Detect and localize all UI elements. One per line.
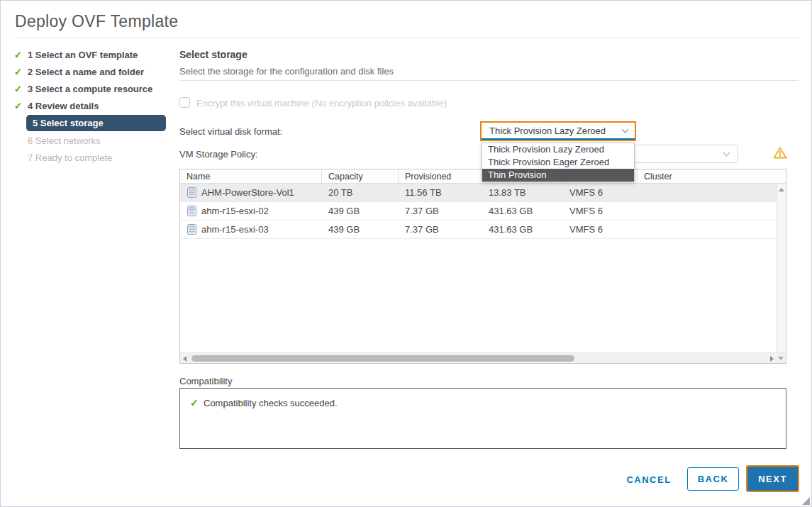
datastore-capacity: 439 GB <box>322 224 399 235</box>
step-label: 7 Ready to complete <box>28 152 112 163</box>
horizontal-scroll-thumb[interactable] <box>191 355 574 362</box>
datastore-icon <box>187 224 196 235</box>
compatibility-label: Compatibility <box>179 376 232 386</box>
horizontal-scrollbar[interactable] <box>180 352 777 363</box>
scrollbar-corner <box>777 352 786 363</box>
content-divider <box>179 80 799 81</box>
step-label: 2 Select a name and folder <box>28 67 144 77</box>
scroll-left-icon[interactable] <box>183 356 187 362</box>
check-icon: ✓ <box>14 50 28 60</box>
check-icon: ✓ <box>14 67 28 77</box>
table-row-ahm-r15-esxi-03[interactable]: ahm-r15-esxi-03 439 GB 7.37 GB 431.63 GB… <box>180 221 777 239</box>
step-label: 4 Review details <box>28 101 99 111</box>
title-divider <box>15 38 799 38</box>
column-header-provisioned[interactable]: Provisioned <box>399 169 482 183</box>
datastore-capacity: 20 TB <box>322 187 399 198</box>
datastore-type: VMFS 6 <box>563 187 638 198</box>
back-button[interactable]: BACK <box>687 467 739 491</box>
datastore-table-body: AHM-PowerStore-Vol1 20 TB 11.56 TB 13.83… <box>180 184 777 352</box>
datastore-name: AHM-PowerStore-Vol1 <box>201 187 294 198</box>
datastore-free: 431.63 GB <box>482 224 563 235</box>
vertical-scrollbar[interactable] <box>777 184 786 352</box>
resize-handle[interactable] <box>802 497 810 505</box>
chevron-down-icon <box>723 149 730 156</box>
step-label: 3 Select a compute resource <box>28 84 152 94</box>
disk-format-value: Thick Provision Lazy Zeroed <box>489 126 606 136</box>
option-thick-provision-lazy-zeroed[interactable]: Thick Provision Lazy Zeroed <box>482 143 634 156</box>
table-row-ahm-powerstore-vol1[interactable]: AHM-PowerStore-Vol1 20 TB 11.56 TB 13.83… <box>180 184 777 202</box>
deploy-ovf-dialog: Deploy OVF Template ✓ 1 Select an OVF te… <box>0 0 812 507</box>
table-row-ahm-r15-esxi-02[interactable]: ahm-r15-esxi-02 439 GB 7.37 GB 431.63 GB… <box>180 202 777 221</box>
option-thick-provision-eager-zeroed[interactable]: Thick Provision Eager Zeroed <box>482 156 634 169</box>
next-button[interactable]: NEXT <box>746 465 799 492</box>
datastore-icon <box>187 187 196 198</box>
scroll-down-icon[interactable] <box>778 357 784 360</box>
vm-storage-policy-label: VM Storage Policy: <box>179 149 258 160</box>
step-5-select-storage-active[interactable]: 5 Select storage <box>26 115 166 131</box>
disk-format-select[interactable]: Thick Provision Lazy Zeroed <box>480 121 636 141</box>
warning-icon <box>773 146 787 162</box>
datastore-type: VMFS 6 <box>563 224 638 235</box>
datastore-type: VMFS 6 <box>563 206 638 216</box>
step-7-ready-to-complete: 7 Ready to complete <box>26 149 175 166</box>
step-label: 6 Select networks <box>28 135 101 146</box>
cancel-button[interactable]: CANCEL <box>621 470 677 489</box>
encrypt-vm-checkbox[interactable] <box>179 97 190 108</box>
step-4-review-details[interactable]: ✓ 4 Review details <box>26 97 175 114</box>
encrypt-vm-label: Encrypt this virtual machine (No encrypt… <box>196 98 447 108</box>
compatibility-message: Compatibility checks succeeded. <box>204 398 338 408</box>
datastore-name: ahm-r15-esxi-03 <box>201 224 269 235</box>
compatibility-box: ✓ Compatibility checks succeeded. <box>179 388 786 449</box>
wizard-steps: ✓ 1 Select an OVF template ✓ 2 Select a … <box>26 46 175 166</box>
datastore-free: 13.83 TB <box>482 187 563 198</box>
focus-underline <box>482 138 635 140</box>
page-heading: Select storage <box>179 49 248 60</box>
page-title: Deploy OVF Template <box>15 12 178 31</box>
datastore-free: 431.63 GB <box>482 206 563 216</box>
step-label: 1 Select an OVF template <box>28 50 138 60</box>
step-3-select-compute-resource[interactable]: ✓ 3 Select a compute resource <box>26 80 175 97</box>
disk-format-dropdown-list: Thick Provision Lazy Zeroed Thick Provis… <box>482 143 635 182</box>
column-header-cluster[interactable]: Cluster <box>638 169 786 183</box>
datastore-provisioned: 7.37 GB <box>399 206 482 216</box>
chevron-down-icon <box>622 126 629 133</box>
disk-format-label: Select virtual disk format: <box>179 126 282 137</box>
datastore-table: Name Capacity Provisioned Cluster AHM- <box>179 169 786 364</box>
scroll-up-icon[interactable] <box>779 188 784 191</box>
datastore-name: ahm-r15-esxi-02 <box>201 206 269 216</box>
success-check-icon: ✓ <box>190 397 199 408</box>
step-1-select-ovf-template[interactable]: ✓ 1 Select an OVF template <box>26 46 175 63</box>
datastore-provisioned: 11.56 TB <box>399 187 482 198</box>
datastore-provisioned: 7.37 GB <box>399 224 482 235</box>
check-icon: ✓ <box>14 101 28 111</box>
step-6-select-networks: 6 Select networks <box>26 132 175 149</box>
option-thin-provision[interactable]: Thin Provision <box>482 169 634 182</box>
datastore-capacity: 439 GB <box>322 206 399 216</box>
scroll-right-icon[interactable] <box>770 356 774 362</box>
page-subheading: Select the storage for the configuration… <box>179 66 394 77</box>
column-header-capacity[interactable]: Capacity <box>322 169 399 183</box>
column-header-name[interactable]: Name <box>180 169 322 183</box>
check-icon: ✓ <box>14 84 28 94</box>
datastore-icon <box>187 206 196 216</box>
step-2-select-name-folder[interactable]: ✓ 2 Select a name and folder <box>26 63 175 80</box>
step-label: 5 Select storage <box>33 118 104 128</box>
